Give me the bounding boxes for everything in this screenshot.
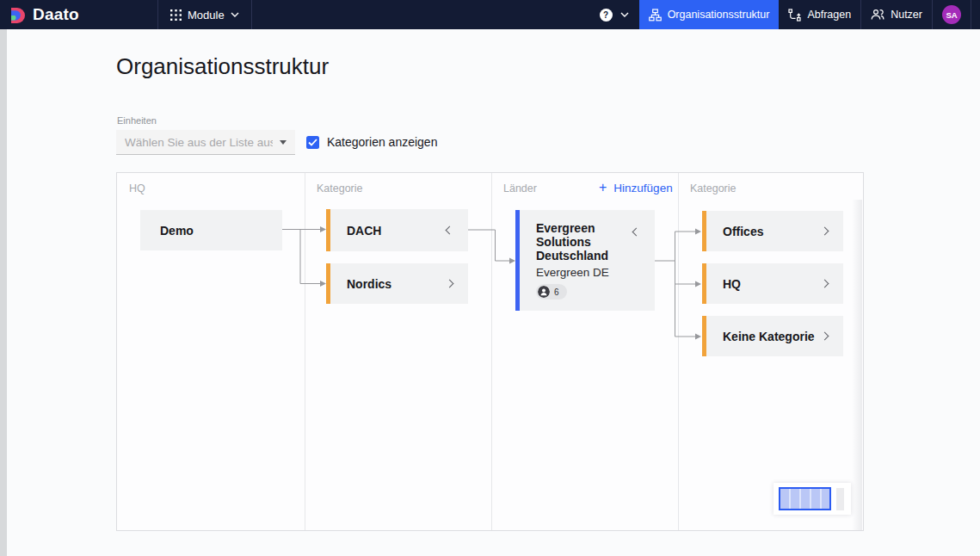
page-title: Organisationsstruktur [116, 53, 329, 80]
board-minimap[interactable] [774, 483, 851, 515]
brand-name: Daato [33, 5, 79, 24]
kategorien-checkbox-row: Kategorien anzeigen [306, 135, 437, 149]
nav-endpad [971, 0, 980, 29]
query-flow-icon [788, 9, 801, 22]
expand-chevron-right-icon[interactable] [821, 332, 829, 341]
caret-down-icon [280, 140, 287, 145]
card-title: HQ [723, 277, 741, 291]
user-menu[interactable]: SA [933, 0, 971, 29]
card-title: Offices [723, 225, 763, 238]
board-right-scroll-shade [852, 200, 862, 530]
card-title: Demo [160, 224, 194, 238]
expand-chevron-right-icon[interactable] [821, 280, 829, 288]
users-icon [871, 9, 884, 21]
module-menu-label: Module [188, 9, 225, 22]
column-title-laender: Länder [503, 182, 537, 195]
minimap-offscreen-area [836, 488, 844, 510]
daato-logo-icon [10, 7, 27, 23]
org-structure-board: HQ Kategorie Länder Kategorie + Hinzufüg… [116, 172, 864, 531]
check-icon [308, 139, 317, 146]
card-evergreen[interactable]: Evergreen Solutions Deutschland Evergree… [515, 210, 655, 311]
card-offices[interactable]: Offices [702, 211, 843, 251]
tab-organisationsstruktur[interactable]: Organisationsstruktur [639, 0, 780, 29]
tab-nutzer[interactable]: Nutzer [861, 0, 932, 29]
plus-icon: + [599, 181, 607, 195]
member-count: 6 [554, 287, 559, 297]
tab-label: Organisationsstruktur [668, 9, 770, 21]
module-menu-button[interactable]: Module [158, 0, 251, 29]
card-keine-kategorie[interactable]: Keine Kategorie [702, 316, 843, 356]
brand[interactable]: Daato [0, 0, 157, 29]
kategorien-checkbox[interactable] [306, 136, 319, 149]
card-dach[interactable]: DACH [326, 209, 468, 251]
einheiten-select[interactable]: Wählen Sie aus der Liste aus [116, 130, 295, 155]
top-navbar: Daato Module ? [0, 0, 980, 29]
card-subtitle: Evergreen DE [536, 266, 643, 279]
einheiten-label: Einheiten [117, 115, 157, 126]
column-title-kategorie: Kategorie [317, 182, 363, 195]
tab-abfragen[interactable]: Abfragen [779, 0, 860, 29]
member-count-badge: 6 [536, 284, 567, 300]
chevron-down-icon [231, 12, 239, 17]
avatar[interactable]: SA [942, 5, 961, 24]
org-structure-icon [649, 9, 662, 22]
column-divider [491, 173, 492, 530]
card-title: Keine Kategorie [723, 330, 815, 343]
column-divider [305, 173, 305, 530]
nav-spacer [252, 0, 589, 29]
card-title: Evergreen Solutions Deutschland [536, 221, 615, 263]
card-hq[interactable]: HQ [702, 263, 843, 304]
collapse-chevron-left-icon[interactable] [632, 228, 641, 237]
minimap-viewport[interactable] [779, 487, 831, 510]
hinzufuegen-label: Hinzufügen [613, 182, 672, 195]
window-left-gutter [0, 29, 7, 556]
column-title-hq: HQ [129, 182, 145, 195]
column-divider [678, 173, 679, 530]
help-menu[interactable]: ? [589, 0, 639, 29]
collapse-chevron-left-icon[interactable] [446, 226, 454, 235]
einheiten-select-placeholder: Wählen Sie aus der Liste aus [125, 136, 273, 149]
hinzufuegen-button[interactable]: + Hinzufügen [599, 181, 673, 195]
help-icon[interactable]: ? [600, 9, 613, 22]
expand-chevron-right-icon[interactable] [446, 280, 454, 288]
expand-chevron-right-icon[interactable] [821, 227, 829, 236]
tab-label: Abfragen [807, 9, 851, 21]
grid-icon [170, 9, 182, 21]
column-title-kategorie2: Kategorie [690, 182, 737, 195]
tab-label: Nutzer [891, 9, 922, 21]
chevron-down-icon [620, 12, 629, 17]
kategorien-checkbox-label[interactable]: Kategorien anzeigen [327, 135, 437, 149]
card-title: DACH [347, 224, 381, 238]
card-demo[interactable]: Demo [140, 210, 282, 250]
card-title: Nordics [347, 277, 391, 291]
person-icon [538, 286, 550, 298]
card-nordics[interactable]: Nordics [326, 263, 468, 304]
